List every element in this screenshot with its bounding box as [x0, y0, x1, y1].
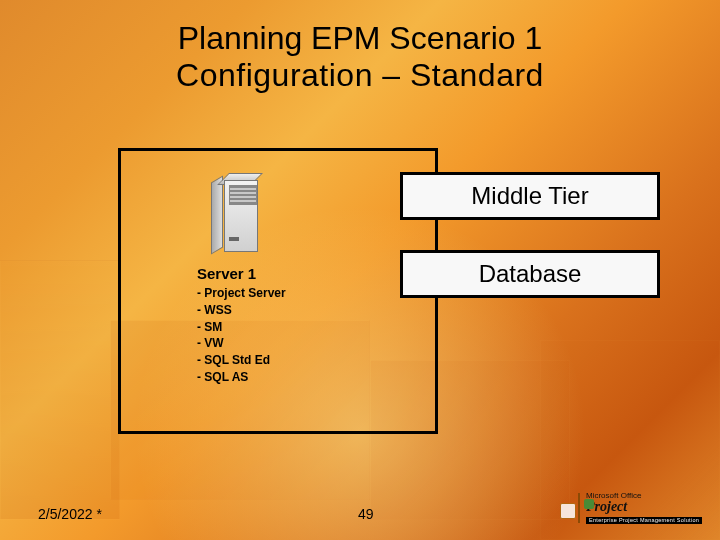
title-line-1: Planning EPM Scenario 1 [178, 20, 543, 56]
product-logo: Microsoft Office Project Enterprise Proj… [578, 488, 696, 528]
server-component-list: - Project Server - WSS - SM - VW - SQL S… [197, 285, 286, 386]
decorative-panel [0, 260, 120, 520]
list-item: - SQL AS [197, 369, 286, 386]
list-item: - VW [197, 335, 286, 352]
list-item: - WSS [197, 302, 286, 319]
middle-tier-box: Middle Tier [400, 172, 660, 220]
logo-product: Project [586, 500, 702, 514]
list-item: - Project Server [197, 285, 286, 302]
middle-tier-label: Middle Tier [471, 182, 588, 210]
project-logo-icon [578, 493, 580, 523]
title-line-2: Configuration – Standard [0, 57, 720, 94]
diagram-container: Server 1 - Project Server - WSS - SM - V… [118, 148, 438, 434]
logo-tagline: Enterprise Project Management Solution [586, 517, 702, 525]
footer-page-number: 49 [358, 506, 374, 522]
slide-title: Planning EPM Scenario 1 Configuration – … [0, 20, 720, 94]
footer-date: 2/5/2022 * [38, 506, 102, 522]
server-name: Server 1 [197, 265, 256, 282]
list-item: - SM [197, 319, 286, 336]
list-item: - SQL Std Ed [197, 352, 286, 369]
database-tier-box: Database [400, 250, 660, 298]
server-tower-icon [211, 173, 263, 257]
database-tier-label: Database [479, 260, 582, 288]
